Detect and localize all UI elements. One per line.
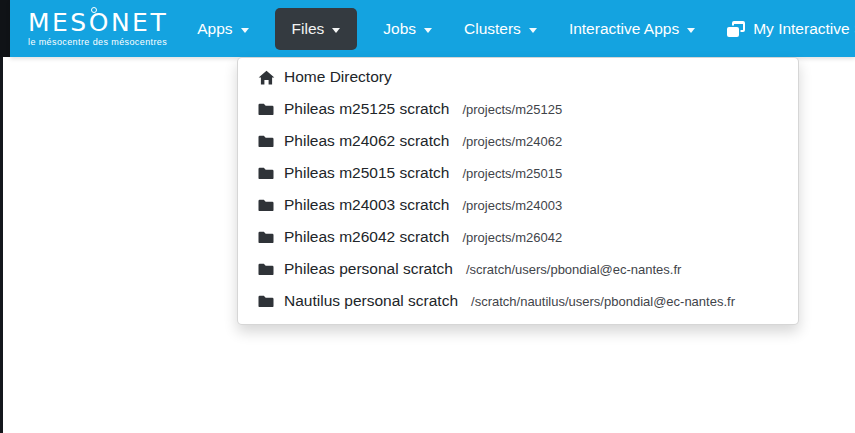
folder-icon [258, 101, 275, 117]
files-menu-item[interactable]: Phileas m25125 scratch /projects/m25125 [238, 93, 798, 125]
folder-icon [258, 229, 275, 245]
files-menu-item-label: Phileas m25125 scratch [284, 100, 449, 118]
files-menu-item[interactable]: Phileas m25015 scratch /projects/m25015 [238, 157, 798, 189]
files-menu-item-path: /scratch/nautilus/users/pbondial@ec-nant… [471, 294, 735, 309]
files-menu-item-path: /projects/m26042 [462, 230, 562, 245]
folder-icon [258, 293, 275, 309]
top-navbar: MESONET le mésocentre des mésocentres Ap… [10, 0, 855, 57]
chevron-down-icon [687, 28, 695, 33]
page: MESONET le mésocentre des mésocentres Ap… [0, 0, 855, 433]
files-menu-item-label: Nautilus personal scratch [284, 292, 458, 310]
files-menu-item[interactable]: Nautilus personal scratch /scratch/nauti… [238, 285, 798, 317]
nav-item-my-interactive-sessions[interactable]: My Interactive Sessions [711, 0, 855, 57]
files-menu-item[interactable]: Phileas m26042 scratch /projects/m26042 [238, 221, 798, 253]
files-menu-item-label: Phileas m26042 scratch [284, 228, 449, 246]
chevron-down-icon [424, 28, 432, 33]
nav-item-files-label: Files [292, 20, 325, 38]
nav-item-clusters-label: Clusters [464, 20, 521, 38]
files-dropdown-menu: Home Directory Phileas m25125 scratch /p… [237, 57, 799, 325]
window-restore-icon [727, 21, 745, 37]
home-icon [258, 69, 275, 85]
brand-title: MESONET [28, 10, 168, 35]
nav-item-clusters[interactable]: Clusters [448, 0, 553, 57]
nav-item-interactive-apps[interactable]: Interactive Apps [553, 0, 711, 57]
files-menu-item-label: Phileas m24062 scratch [284, 132, 449, 150]
brand-tagline: le mésocentre des mésocentres [28, 38, 168, 47]
window-top-left-edge [0, 0, 10, 57]
chevron-down-icon [332, 28, 340, 33]
files-menu-item-label: Home Directory [284, 68, 392, 86]
files-menu-item-path: /scratch/users/pbondial@ec-nantes.fr [466, 262, 682, 277]
folder-icon [258, 197, 275, 213]
logo-ring-icon [91, 7, 97, 13]
folder-icon [258, 133, 275, 149]
chevron-down-icon [241, 28, 249, 33]
nav-item-jobs[interactable]: Jobs [367, 0, 448, 57]
folder-icon [258, 165, 275, 181]
window-left-edge [0, 0, 3, 433]
files-menu-item[interactable]: Phileas personal scratch /scratch/users/… [238, 253, 798, 285]
files-menu-item-path: /projects/m25125 [462, 102, 562, 117]
files-menu-item[interactable]: Phileas m24062 scratch /projects/m24062 [238, 125, 798, 157]
files-menu-item-label: Phileas m25015 scratch [284, 164, 449, 182]
files-menu-item-label: Phileas m24003 scratch [284, 196, 449, 214]
nav-item-my-interactive-sessions-label: My Interactive Sessions [753, 20, 855, 38]
files-menu-item-path: /projects/m24062 [462, 134, 562, 149]
files-menu-item[interactable]: Home Directory [238, 61, 798, 93]
nav-item-interactive-apps-label: Interactive Apps [569, 20, 679, 38]
files-menu-item-label: Phileas personal scratch [284, 260, 453, 278]
nav-item-apps[interactable]: Apps [181, 0, 264, 57]
files-menu-item[interactable]: Phileas m24003 scratch /projects/m24003 [238, 189, 798, 221]
files-menu-item-path: /projects/m25015 [462, 166, 562, 181]
files-menu-item-path: /projects/m24003 [462, 198, 562, 213]
nav-item-files[interactable]: Files [275, 8, 358, 50]
folder-icon [258, 261, 275, 277]
nav-links: Apps Files Jobs Clusters Interactive App… [181, 0, 855, 57]
nav-item-jobs-label: Jobs [383, 20, 416, 38]
brand-logo[interactable]: MESONET le mésocentre des mésocentres [28, 10, 168, 47]
nav-item-apps-label: Apps [197, 20, 232, 38]
chevron-down-icon [529, 28, 537, 33]
